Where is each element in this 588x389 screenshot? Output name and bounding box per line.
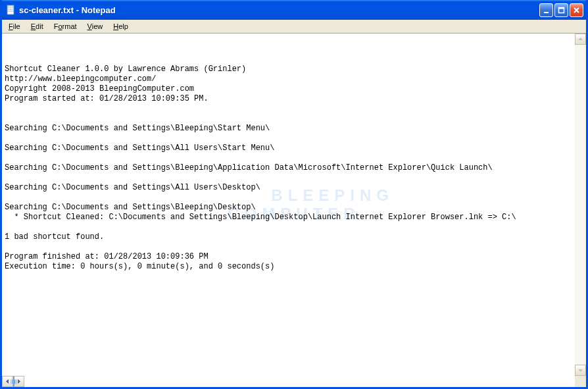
notepad-window: sc-cleaner.txt - Notepad File Edit Forma…	[0, 0, 588, 389]
menubar: File Edit Format View Help	[2, 20, 586, 34]
text-editor[interactable]: BLEEPINGCOMPUTER Shortcut Cleaner 1.0.0 …	[2, 34, 586, 376]
scroll-up-button[interactable]	[575, 34, 586, 45]
titlebar[interactable]: sc-cleaner.txt - Notepad	[2, 0, 586, 20]
svg-point-3	[12, 6, 13, 7]
content-area: BLEEPINGCOMPUTER Shortcut Cleaner 1.0.0 …	[2, 34, 586, 387]
menu-edit[interactable]: Edit	[26, 21, 49, 32]
window-controls	[539, 3, 583, 17]
menu-help[interactable]: Help	[108, 21, 134, 32]
menu-format[interactable]: Format	[49, 21, 82, 32]
menu-view[interactable]: View	[82, 21, 109, 32]
window-title: sc-cleaner.txt - Notepad	[19, 5, 539, 15]
svg-rect-4	[544, 12, 549, 13]
svg-point-2	[11, 6, 11, 7]
resize-grip[interactable]	[575, 376, 586, 387]
svg-point-1	[9, 6, 9, 7]
maximize-button[interactable]	[554, 3, 568, 17]
minimize-button[interactable]	[539, 3, 553, 17]
svg-rect-6	[559, 7, 564, 9]
scroll-down-button[interactable]	[575, 365, 586, 376]
text-lines: Shortcut Cleaner 1.0.0 by Lawrence Abram…	[5, 65, 583, 272]
menu-file[interactable]: File	[3, 21, 26, 32]
close-button[interactable]	[570, 3, 583, 17]
scroll-thumb-horizontal[interactable]	[13, 376, 14, 387]
notepad-icon	[6, 5, 16, 15]
horizontal-scrollbar[interactable]	[2, 376, 24, 387]
svg-rect-0	[7, 5, 14, 14]
